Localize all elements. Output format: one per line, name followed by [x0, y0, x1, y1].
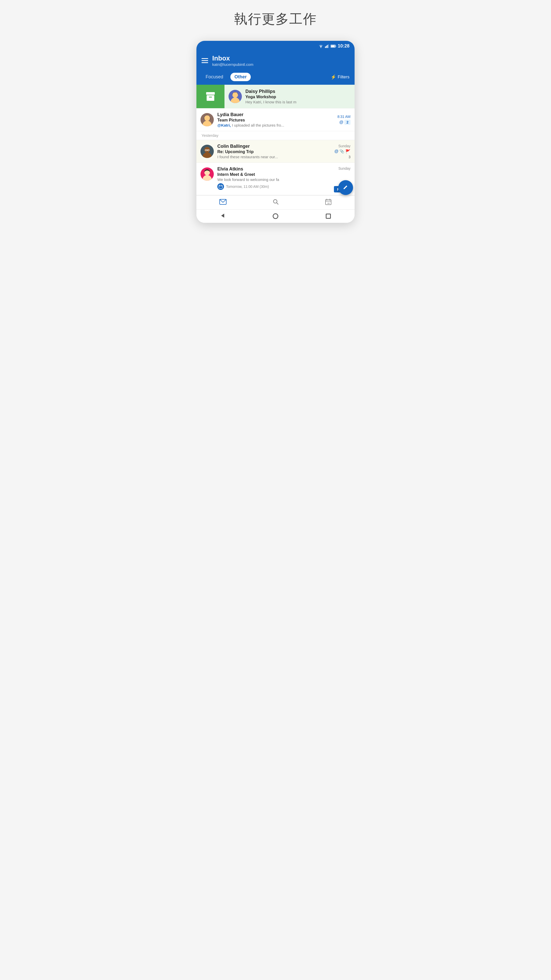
nav-calendar[interactable]: 18: [325, 199, 332, 206]
page-title: 執行更多工作: [234, 10, 317, 28]
subject-elvia: Intern Meet & Greet: [218, 172, 279, 177]
app-header: Inbox katri@lucernpubintl.com: [197, 51, 354, 71]
svg-rect-8: [206, 92, 215, 95]
preview-daisy: Hey Katri, I know this is last m: [245, 100, 327, 104]
svg-rect-2: [326, 46, 327, 48]
tab-other[interactable]: Other: [230, 73, 251, 81]
status-bar: 10:28: [197, 41, 354, 51]
tab-focused[interactable]: Focused: [202, 73, 227, 81]
email-item-daisy[interactable]: Daisy Phillips Yoga Workshop Hey Katri, …: [197, 85, 354, 108]
nav-back-button[interactable]: [220, 213, 225, 219]
email-details-lydia: Lydia Bauer Team Pictures @Katri, I uplo…: [218, 112, 329, 127]
email-item-lydia[interactable]: Lydia Bauer Team Pictures @Katri, I uplo…: [197, 108, 354, 131]
svg-marker-38: [221, 213, 224, 218]
bottom-nav: 18: [197, 195, 354, 209]
nav-home-button[interactable]: [273, 213, 278, 219]
divider-yesterday: Yesterday: [197, 131, 354, 140]
tabs-row: Focused Other ⚡ Filters: [197, 71, 354, 85]
signal-icon: [325, 45, 329, 48]
email-item-colin[interactable]: Colin Ballinger Re: Upcoming Trip I foun…: [197, 140, 354, 163]
sender-elvia: Elvia Atkins: [218, 166, 279, 172]
bolt-icon: ⚡: [330, 74, 336, 80]
svg-point-0: [321, 47, 321, 48]
subject-lydia: Team Pictures: [218, 118, 329, 123]
sender-colin: Colin Ballinger: [218, 144, 329, 149]
nav-search[interactable]: [273, 199, 279, 206]
svg-line-32: [276, 203, 278, 205]
subject-daisy: Yoga Workshop: [245, 95, 351, 99]
time-elvia: Sunday: [338, 166, 351, 170]
event-time-elvia: Tomorrow, 11:00 AM (30m): [226, 185, 269, 189]
svg-point-15: [204, 115, 210, 121]
filters-label: Filters: [338, 75, 349, 80]
archive-icon: [205, 91, 216, 102]
clip-icon-colin: 📎: [340, 149, 345, 154]
hamburger-menu[interactable]: [202, 58, 208, 63]
svg-point-31: [273, 200, 277, 203]
nav-mail[interactable]: [219, 199, 227, 206]
email-item-elvia[interactable]: Elvia Atkins Intern Meet & Greet We look…: [197, 163, 354, 195]
header-text: Inbox katri@lucernpubintl.com: [212, 54, 253, 67]
android-nav: [197, 209, 354, 223]
email-list: Daisy Phillips Yoga Workshop Hey Katri, …: [197, 85, 354, 195]
flag-icon-colin: 🚩: [345, 149, 351, 154]
at-icon-colin: @: [334, 149, 338, 154]
svg-rect-3: [327, 45, 328, 48]
inbox-email: katri@lucernpubintl.com: [212, 62, 253, 67]
svg-rect-9: [206, 95, 214, 101]
svg-rect-7: [331, 45, 335, 47]
svg-text:18: 18: [327, 202, 330, 204]
compose-fab[interactable]: [338, 180, 353, 195]
inbox-title: Inbox: [212, 54, 253, 62]
phone-frame: 10:28 Inbox katri@lucernpubintl.com Focu…: [197, 41, 354, 223]
fab-container: RSVP: [334, 186, 351, 192]
preview-lydia: @Katri, I uploaded all the pictures fro.…: [218, 123, 299, 127]
battery-icon: [330, 45, 336, 48]
sender-daisy: Daisy Phillips: [245, 89, 351, 94]
wifi-icon: [318, 45, 324, 48]
avatar-elvia: [200, 167, 214, 181]
status-icons: 10:28: [318, 43, 349, 49]
svg-rect-26: [219, 185, 222, 188]
time-lydia: 8:31 AM: [338, 115, 351, 119]
swipe-archive-action: [197, 85, 224, 108]
status-time: 10:28: [338, 43, 349, 49]
meta-icons-colin: @ 📎 🚩: [334, 149, 351, 154]
filters-button[interactable]: ⚡ Filters: [330, 74, 349, 80]
subject-colin: Re: Upcoming Trip: [218, 150, 329, 154]
preview-colin: I found these restaurants near our...: [218, 155, 299, 159]
time-colin: Sunday: [338, 144, 351, 148]
avatar-colin: [200, 145, 214, 158]
email-content-daisy[interactable]: Daisy Phillips Yoga Workshop Hey Katri, …: [224, 85, 354, 108]
avatar-daisy: [229, 90, 242, 103]
preview-elvia: We look forward to welcoming our fa: [218, 177, 279, 182]
count-colin: 3: [348, 155, 351, 159]
count-badge-lydia: 2: [345, 120, 351, 125]
email-details-colin: Colin Ballinger Re: Upcoming Trip I foun…: [218, 144, 329, 159]
divider-label: Yesterday: [202, 133, 218, 138]
svg-rect-1: [325, 46, 326, 48]
nav-recent-button[interactable]: [326, 213, 331, 219]
meta-icons-lydia: @ 2: [339, 120, 351, 125]
avatar-lydia: [200, 113, 214, 126]
svg-point-12: [232, 92, 238, 98]
svg-rect-4: [328, 45, 329, 48]
event-pill-elvia: Tomorrow, 11:00 AM (30m): [218, 183, 351, 190]
sender-lydia: Lydia Bauer: [218, 112, 329, 118]
svg-rect-6: [335, 46, 336, 47]
email-meta-lydia: 8:31 AM @ 2: [333, 115, 351, 125]
at-icon-lydia: @: [339, 120, 343, 124]
email-details-daisy: Daisy Phillips Yoga Workshop Hey Katri, …: [245, 89, 351, 104]
email-details-elvia: Elvia Atkins Intern Meet & Greet We look…: [218, 166, 351, 190]
email-meta-colin: Sunday @ 📎 🚩 3: [333, 144, 351, 159]
svg-rect-10: [209, 97, 212, 97]
calendar-icon-elvia: [218, 183, 224, 190]
